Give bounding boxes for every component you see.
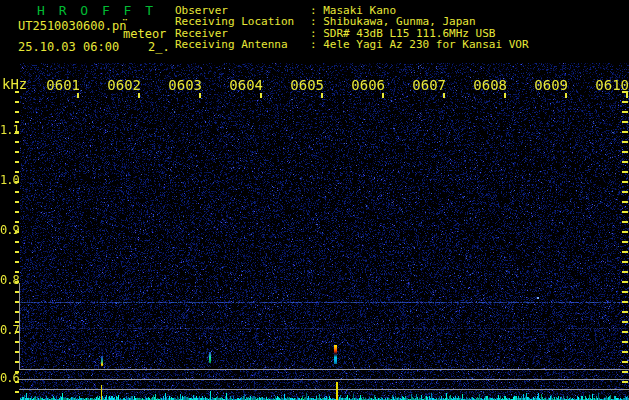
freq-tick xyxy=(15,241,19,243)
freq-tick xyxy=(15,301,19,303)
freq-tick-label: 0.9 xyxy=(0,224,20,236)
freq-tick-right xyxy=(622,171,628,173)
meteor-echo-mark xyxy=(334,345,337,364)
freq-tick-right xyxy=(622,251,628,253)
time-tick xyxy=(443,93,445,98)
info-label: Receiving Antenna xyxy=(175,39,310,50)
freq-tick-label: 0.7 xyxy=(0,324,20,336)
time-tick-label: 0606 xyxy=(347,79,385,92)
freq-tick-right xyxy=(622,341,628,343)
freq-tick-label: 0.6 xyxy=(0,372,20,384)
info-value: 4ele Yagi Az 230 for Kansai VOR xyxy=(323,39,528,50)
freq-tick-right xyxy=(622,191,628,193)
app-title: H R O F F T xyxy=(37,4,156,17)
time-tick-label: 0601 xyxy=(42,79,80,92)
freq-tick xyxy=(15,291,19,293)
station-info-block: Observer: Masaki KanoReceiving Location:… xyxy=(175,5,615,51)
time-tick-label: 0605 xyxy=(286,79,324,92)
freq-tick-right xyxy=(622,311,628,313)
freq-tick-right xyxy=(622,271,628,273)
time-tick xyxy=(504,93,506,98)
freq-tick-right xyxy=(622,361,628,363)
freq-tick-right xyxy=(622,131,628,133)
spectrogram-canvas xyxy=(0,60,629,400)
hrofft-window: H R O F F T UT2510030600.pn ¨ meteor 25.… xyxy=(0,0,629,400)
freq-tick-right xyxy=(622,111,628,113)
time-tick-label: 0607 xyxy=(408,79,446,92)
freq-tick-right xyxy=(622,261,628,263)
freq-tick-right xyxy=(622,221,628,223)
freq-tick-right xyxy=(622,161,628,163)
freq-tick-label: 0.8 xyxy=(0,274,20,286)
freq-tick xyxy=(15,311,19,313)
info-colon: : xyxy=(310,39,323,50)
time-tick xyxy=(199,93,201,98)
freq-tick-right xyxy=(622,381,628,383)
datetime-label: 25.10.03 06:00 2_. xyxy=(18,41,170,53)
freq-unit-label: kHz xyxy=(2,77,27,91)
signal-level-spike xyxy=(336,382,338,400)
freq-tick xyxy=(15,261,19,263)
freq-tick-right xyxy=(622,241,628,243)
time-tick-label: 0609 xyxy=(530,79,568,92)
freq-tick xyxy=(15,251,19,253)
freq-tick xyxy=(15,201,19,203)
freq-tick-right xyxy=(622,101,628,103)
freq-tick xyxy=(15,211,19,213)
freq-tick xyxy=(15,351,19,353)
time-tick xyxy=(565,93,567,98)
freq-tick-right xyxy=(622,301,628,303)
freq-tick xyxy=(15,141,19,143)
freq-tick-right xyxy=(622,321,628,323)
freq-tick-right xyxy=(622,231,628,233)
time-tick xyxy=(321,93,323,98)
signal-level-spike xyxy=(210,391,211,400)
info-row: Receiving Antenna: 4ele Yagi Az 230 for … xyxy=(175,39,615,50)
freq-tick-right xyxy=(622,121,628,123)
time-tick xyxy=(77,93,79,98)
freq-tick xyxy=(15,361,19,363)
freq-tick-right xyxy=(622,331,628,333)
freq-tick-label: 1.0 xyxy=(0,174,20,186)
freq-tick xyxy=(15,161,19,163)
filename-label: UT2510030600.pn xyxy=(18,20,126,32)
time-tick-label: 0608 xyxy=(469,79,507,92)
time-tick-label: 0602 xyxy=(103,79,141,92)
signal-level-spike xyxy=(101,385,102,400)
meteor-echo-mark xyxy=(101,356,103,366)
freq-tick-right xyxy=(622,351,628,353)
freq-tick-right xyxy=(622,291,628,293)
counter-line-top xyxy=(19,369,629,370)
freq-tick xyxy=(15,111,19,113)
freq-tick-right xyxy=(622,151,628,153)
observatory-name-label: meteor xyxy=(123,28,166,40)
freq-tick xyxy=(15,341,19,343)
freq-tick-label: 1.1 xyxy=(0,124,20,136)
freq-tick-right xyxy=(622,281,628,283)
time-tick-label: 0604 xyxy=(225,79,263,92)
time-tick xyxy=(260,93,262,98)
time-tick xyxy=(138,93,140,98)
time-tick-label: 0603 xyxy=(164,79,202,92)
freq-tick-right xyxy=(622,371,628,373)
meteor-echo-mark xyxy=(209,352,211,363)
freq-tick xyxy=(15,101,19,103)
freq-tick xyxy=(15,151,19,153)
freq-tick xyxy=(15,391,19,393)
freq-tick-right xyxy=(622,201,628,203)
time-tick xyxy=(382,93,384,98)
freq-tick xyxy=(15,191,19,193)
noise-speck xyxy=(537,297,539,299)
time-tick-label: 0610 xyxy=(591,79,629,92)
counter-line-bottom xyxy=(19,389,629,390)
freq-tick-right xyxy=(622,141,628,143)
time-tick xyxy=(626,93,628,98)
freq-tick-right xyxy=(622,211,628,213)
freq-tick-right xyxy=(622,181,628,183)
counter-line-middle xyxy=(19,379,629,380)
